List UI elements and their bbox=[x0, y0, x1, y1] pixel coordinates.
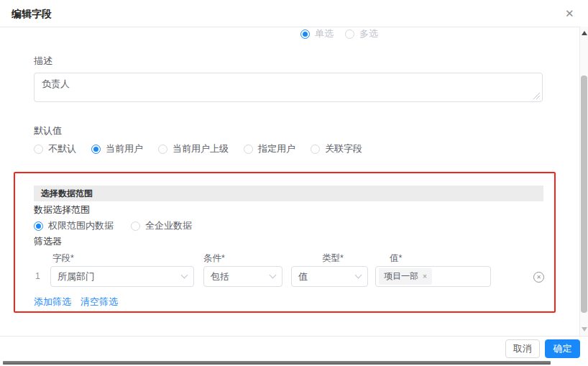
radio-checked-icon bbox=[300, 29, 310, 39]
radio-label: 全企业数据 bbox=[145, 219, 192, 232]
field-type-radio-group: 单选 多选 bbox=[300, 27, 378, 40]
cancel-button[interactable]: 取消 bbox=[505, 339, 540, 358]
radio-unchecked-icon bbox=[34, 145, 43, 154]
scroll-down-icon[interactable] bbox=[582, 327, 587, 331]
scope-radio-group: 权限范围内数据 全企业数据 bbox=[34, 219, 192, 232]
radio-related-field[interactable]: 关联字段 bbox=[311, 142, 362, 155]
radio-label: 指定用户 bbox=[258, 142, 295, 155]
radio-unchecked-icon bbox=[345, 29, 354, 39]
radio-specified-user[interactable]: 指定用户 bbox=[244, 142, 295, 155]
close-icon[interactable]: ✕ bbox=[565, 7, 574, 20]
data-scope-section-header: 选择数据范围 bbox=[34, 186, 543, 201]
footer-divider bbox=[0, 336, 588, 337]
filter-links: 添加筛选 清空筛选 bbox=[34, 296, 118, 308]
default-value-label: 默认值 bbox=[34, 124, 62, 137]
radio-no-default[interactable]: 不默认 bbox=[34, 142, 76, 155]
radio-multi-label: 多选 bbox=[359, 27, 378, 40]
chevron-down-icon bbox=[270, 272, 277, 279]
radio-label: 权限范围内数据 bbox=[48, 219, 114, 232]
radio-checked-icon bbox=[34, 221, 43, 231]
radio-unchecked-icon bbox=[131, 221, 140, 231]
description-label: 描述 bbox=[34, 55, 52, 68]
default-value-radio-group: 不默认 当前用户 当前用户上级 指定用户 关联字段 bbox=[34, 142, 362, 155]
scope-label: 数据选择范围 bbox=[34, 203, 90, 216]
scrollbar-thumb[interactable] bbox=[581, 76, 587, 313]
remove-x-glyph: ✕ bbox=[536, 274, 541, 280]
radio-unchecked-icon bbox=[311, 145, 320, 154]
radio-all-company-data[interactable]: 全企业数据 bbox=[131, 219, 192, 232]
radio-current-user[interactable]: 当前用户 bbox=[91, 142, 143, 155]
dialog-title: 编辑字段 bbox=[12, 8, 52, 21]
radio-multi-select[interactable]: 多选 bbox=[345, 27, 378, 40]
confirm-button[interactable]: 确定 bbox=[545, 339, 580, 358]
radio-label: 关联字段 bbox=[325, 142, 362, 155]
condition-select-value: 包括 bbox=[211, 270, 229, 283]
add-filter-link[interactable]: 添加筛选 bbox=[34, 296, 71, 308]
description-textarea[interactable]: 负责人 bbox=[34, 73, 543, 102]
column-header-value: 值* bbox=[390, 252, 402, 265]
radio-unchecked-icon bbox=[158, 145, 167, 154]
tag-remove-icon[interactable]: × bbox=[423, 273, 427, 280]
column-header-field: 字段* bbox=[52, 252, 74, 265]
radio-label: 当前用户 bbox=[106, 142, 143, 155]
radio-checked-icon bbox=[91, 145, 101, 154]
chevron-down-icon bbox=[181, 272, 188, 279]
vertical-scrollbar[interactable] bbox=[579, 27, 588, 336]
radio-current-user-superior[interactable]: 当前用户上级 bbox=[158, 142, 229, 155]
description-value: 负责人 bbox=[42, 78, 70, 89]
value-tag-input[interactable]: 项目一部 × bbox=[375, 266, 491, 287]
filter-label: 筛选器 bbox=[34, 235, 62, 248]
scroll-up-icon[interactable] bbox=[582, 31, 587, 35]
resize-grip-icon[interactable] bbox=[533, 93, 540, 99]
window-bottom-edge bbox=[3, 361, 551, 365]
chevron-down-icon bbox=[355, 272, 362, 279]
field-select-value: 所属部门 bbox=[58, 270, 95, 283]
header-divider bbox=[0, 27, 588, 27]
radio-single-select[interactable]: 单选 bbox=[300, 27, 334, 40]
column-header-type: 类型* bbox=[322, 252, 344, 265]
value-tag-text: 项目一部 bbox=[384, 270, 418, 283]
clear-filter-link[interactable]: 清空筛选 bbox=[81, 296, 118, 308]
radio-single-label: 单选 bbox=[315, 27, 334, 40]
filter-row-index: 1 bbox=[35, 271, 40, 281]
value-tag: 项目一部 × bbox=[379, 268, 432, 285]
radio-label: 当前用户上级 bbox=[173, 142, 229, 155]
condition-select[interactable]: 包括 bbox=[203, 266, 282, 287]
column-header-condition: 条件* bbox=[203, 252, 225, 265]
type-select[interactable]: 值 bbox=[291, 266, 368, 287]
type-select-value: 值 bbox=[298, 270, 308, 283]
field-select[interactable]: 所属部门 bbox=[50, 266, 194, 287]
radio-unchecked-icon bbox=[244, 145, 253, 154]
radio-label: 不默认 bbox=[48, 142, 76, 155]
remove-filter-row-icon[interactable]: ✕ bbox=[533, 272, 544, 283]
radio-permission-scope-data[interactable]: 权限范围内数据 bbox=[34, 219, 114, 232]
